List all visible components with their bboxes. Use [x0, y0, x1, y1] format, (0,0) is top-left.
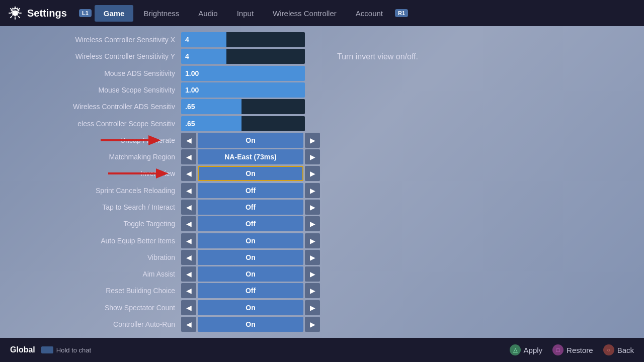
invert-view-value: On	[198, 166, 303, 181]
slider-empty-wireless-ads	[242, 99, 305, 114]
tab-game[interactable]: Game	[95, 5, 134, 22]
back-label: Back	[617, 346, 634, 354]
tab-audio[interactable]: Audio	[189, 5, 226, 22]
restore-button[interactable]: □ Restore	[552, 344, 593, 355]
matchmaking-right-btn[interactable]: ▶	[305, 149, 320, 164]
apply-button[interactable]: △ Apply	[510, 344, 543, 355]
label-sprint-cancels: Sprint Cancels Reloading	[10, 187, 181, 195]
chat-hint-text: Hold to chat	[56, 346, 91, 354]
setting-controller-scope: eless Controller Scope Sensitiv .65	[10, 116, 322, 131]
setting-uncap-framerate: Uncap Framerate ◀ On ▶	[10, 133, 322, 148]
aim-assist-right-btn[interactable]: ▶	[305, 266, 320, 282]
control-mouse-scope: 1.00	[181, 82, 305, 98]
label-wireless-sensitivity-x: Wireless Controller Sensitivity X	[10, 36, 181, 44]
setting-wireless-ads: Wireless Controller ADS Sensitiv .65	[10, 99, 322, 114]
setting-invert-view: Invert View ◀ On ▶	[10, 166, 322, 181]
toggle-targeting-value: Off	[198, 216, 303, 231]
aim-assist-left-btn[interactable]: ◀	[181, 266, 196, 282]
vibration-left-btn[interactable]: ◀	[181, 250, 196, 265]
label-controller-scope: eless Controller Scope Sensitiv	[10, 120, 181, 128]
tab-account[interactable]: Account	[347, 5, 392, 22]
arrow-uncap-framerate	[101, 133, 161, 148]
slider-filled-ads: 1.00	[181, 66, 305, 81]
circle-icon: ○	[603, 344, 614, 355]
auto-equip-value: On	[198, 233, 303, 248]
auto-equip-right-btn[interactable]: ▶	[305, 233, 320, 248]
global-label: Global	[10, 345, 35, 354]
aim-assist-value: On	[198, 266, 303, 282]
top-nav: Settings L1 Game Brightness Audio Input …	[0, 0, 644, 26]
arrow-invert-view	[108, 166, 169, 181]
label-mouse-ads: Mouse ADS Sensitivity	[10, 69, 181, 77]
control-wireless-sensitivity-y: 4	[181, 49, 305, 64]
auto-run-left-btn[interactable]: ◀	[181, 317, 196, 332]
invert-view-right-btn[interactable]: ▶	[305, 166, 320, 181]
restore-label: Restore	[567, 346, 593, 354]
r1-badge: R1	[395, 9, 408, 17]
reset-building-right-btn[interactable]: ▶	[305, 283, 320, 298]
control-wireless-ads: .65	[181, 99, 305, 114]
tap-search-right-btn[interactable]: ▶	[305, 200, 320, 215]
auto-run-value: On	[198, 317, 303, 332]
setting-mouse-scope: Mouse Scope Sensitivity 1.00	[10, 82, 322, 98]
l1-badge: L1	[79, 9, 92, 17]
app-title: Settings	[27, 8, 67, 19]
control-invert-view: ◀ On ▶	[181, 166, 320, 181]
matchmaking-value: NA-East (73ms)	[198, 149, 303, 164]
toggle-targeting-right-btn[interactable]: ▶	[305, 216, 320, 231]
label-wireless-sensitivity-y: Wireless Controller Sensitivity Y	[10, 52, 181, 60]
setting-tap-search: Tap to Search / Interact ◀ Off ▶	[10, 200, 322, 215]
back-button[interactable]: ○ Back	[603, 344, 634, 355]
label-toggle-targeting: Toggle Targeting	[10, 220, 181, 228]
tap-search-value: Off	[198, 200, 303, 215]
uncap-framerate-right-btn[interactable]: ▶	[305, 133, 320, 148]
spectator-count-right-btn[interactable]: ▶	[305, 300, 320, 315]
slider-filled-wireless-ads: .65	[181, 99, 242, 114]
control-uncap-framerate: ◀ On ▶	[181, 133, 320, 148]
reset-building-left-btn[interactable]: ◀	[181, 283, 196, 298]
control-matchmaking-region: ◀ NA-East (73ms) ▶	[181, 149, 320, 164]
sprint-cancels-value: Off	[198, 183, 303, 198]
sprint-cancels-right-btn[interactable]: ▶	[305, 183, 320, 198]
matchmaking-left-btn[interactable]: ◀	[181, 149, 196, 164]
tab-brightness[interactable]: Brightness	[134, 5, 188, 22]
invert-view-left-btn[interactable]: ◀	[181, 166, 196, 181]
uncap-framerate-left-btn[interactable]: ◀	[181, 133, 196, 148]
setting-reset-building: Reset Building Choice ◀ Off ▶	[10, 283, 322, 298]
tab-wireless-controller[interactable]: Wireless Controller	[264, 5, 346, 22]
tab-input[interactable]: Input	[228, 5, 263, 22]
label-vibration: Vibration	[10, 253, 181, 261]
spectator-count-left-btn[interactable]: ◀	[181, 300, 196, 315]
setting-auto-run: Controller Auto-Run ◀ On ▶	[10, 317, 322, 332]
svg-marker-3	[148, 135, 161, 145]
control-tap-search: ◀ Off ▶	[181, 200, 320, 215]
bottom-actions: △ Apply □ Restore ○ Back	[510, 344, 634, 355]
sprint-cancels-left-btn[interactable]: ◀	[181, 183, 196, 198]
info-text: Turn invert view on/off.	[337, 52, 418, 61]
label-auto-equip: Auto Equip Better Items	[10, 237, 181, 245]
info-panel: Turn invert view on/off.	[322, 32, 634, 332]
vibration-right-btn[interactable]: ▶	[305, 250, 320, 265]
setting-aim-assist: Aim Assist ◀ On ▶	[10, 266, 322, 282]
triangle-icon: △	[510, 344, 521, 355]
toggle-targeting-left-btn[interactable]: ◀	[181, 216, 196, 231]
label-wireless-ads: Wireless Controller ADS Sensitiv	[10, 103, 181, 111]
label-mouse-scope: Mouse Scope Sensitivity	[10, 86, 181, 94]
setting-vibration: Vibration ◀ On ▶	[10, 250, 322, 265]
svg-marker-5	[156, 168, 169, 178]
auto-equip-left-btn[interactable]: ◀	[181, 233, 196, 248]
auto-run-right-btn[interactable]: ▶	[305, 317, 320, 332]
control-sprint-cancels: ◀ Off ▶	[181, 183, 320, 198]
label-auto-run: Controller Auto-Run	[10, 320, 181, 328]
setting-wireless-sensitivity-x: Wireless Controller Sensitivity X 4	[10, 32, 322, 47]
square-icon: □	[552, 344, 564, 355]
tap-search-left-btn[interactable]: ◀	[181, 200, 196, 215]
uncap-framerate-value: On	[198, 133, 303, 148]
chat-icon	[41, 346, 53, 353]
settings-list: Wireless Controller Sensitivity X 4 Wire…	[10, 32, 322, 332]
setting-auto-equip: Auto Equip Better Items ◀ On ▶	[10, 233, 322, 248]
setting-spectator-count: Show Spectator Count ◀ On ▶	[10, 300, 322, 315]
slider-filled-y: 4	[181, 49, 226, 64]
main-content: Wireless Controller Sensitivity X 4 Wire…	[0, 26, 644, 338]
slider-filled-controller-scope: .65	[181, 116, 242, 131]
